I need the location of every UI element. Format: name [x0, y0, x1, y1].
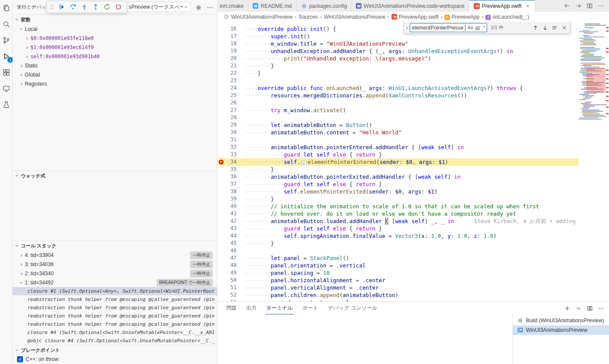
breakpoint-margin[interactable] [218, 40, 225, 47]
breakpoint-margin[interactable] [218, 70, 225, 77]
terminal-output[interactable] [218, 314, 512, 364]
thread-row[interactable]: ›4: tid=33904一時停止 [13, 250, 217, 260]
code-line-34[interactable]: 34············self.▷elementPointerEntere… [218, 158, 579, 166]
debug-more-icon[interactable] [205, 3, 214, 12]
thread-row[interactable]: ›1: tid=34492BREAKPOINT で一時停止 [13, 278, 217, 287]
activity-testing[interactable] [1, 100, 11, 109]
variable-row[interactable]: ›$1: 0x000001e93ec614f0 [13, 43, 217, 52]
stack-frame-row[interactable]: reabstraction thunk helper from @escapin… [13, 320, 217, 328]
find-next-button[interactable] [541, 23, 549, 32]
breadcrumb-item[interactable]: WinUI3AnimationsPreview [224, 14, 292, 20]
breadcrumb-item[interactable]: Sources [298, 14, 318, 20]
call-stack-section-header[interactable]: › コール スタック [13, 241, 217, 250]
breakpoint-margin[interactable] [218, 203, 225, 210]
breakpoint-margin[interactable] [218, 158, 225, 166]
code-line-24[interactable]: 24····override public func onLaunched(_ … [218, 84, 579, 92]
code-line-45[interactable]: 45········} [218, 240, 579, 247]
breakpoint-margin[interactable] [218, 129, 225, 136]
toolbar-drag-grip[interactable] [50, 4, 54, 10]
find-previous-button[interactable] [531, 23, 540, 32]
variable-scope-local[interactable]: ›Local [13, 24, 217, 33]
breakpoint-margin[interactable] [218, 291, 225, 299]
stack-frame-row[interactable]: @objc closure #4 (Swift.Optional<Swift.U… [13, 337, 217, 345]
code-line-39[interactable]: 39········} [218, 195, 579, 203]
stack-frame-row[interactable]: reabstraction thunk helper from @escapin… [13, 295, 217, 304]
code-line-38[interactable]: 38············self.elementPointerExited(… [218, 188, 579, 195]
watch-section-header[interactable]: › ウォッチ式 [13, 171, 217, 180]
code-line-30[interactable]: 30········animatableButton.content = "He… [218, 129, 579, 136]
activity-search[interactable] [1, 19, 11, 29]
stack-frame-row[interactable]: closure #4 (Swift.Optional<Swift.UnsafeM… [13, 328, 217, 337]
navigate-back-button[interactable] [562, 1, 572, 11]
code-line-22[interactable]: 22····} [218, 70, 579, 77]
activity-run-and-debug[interactable]: 1 [1, 51, 11, 61]
code-line-26[interactable]: 26 [218, 99, 579, 107]
more-actions-button[interactable] [597, 304, 606, 313]
tab-readme-md[interactable]: MREADME.md [248, 0, 296, 12]
panel-tab-問題[interactable]: 問題 [225, 302, 238, 314]
code-line-51[interactable]: 51········panel.verticalAlignment = .cen… [218, 284, 579, 291]
breadcrumb-item[interactable]: PreviewApp.swift [392, 14, 438, 20]
breakpoint-margin[interactable] [218, 188, 225, 195]
code-line-18[interactable]: 18········m_window.title = "WinUI3Animat… [218, 40, 579, 47]
code-area[interactable]: 16····override public init() {17········… [218, 22, 579, 301]
minimap[interactable] [579, 22, 606, 120]
breakpoint-margin[interactable] [218, 254, 225, 262]
step-out-button[interactable] [90, 2, 101, 12]
code-line-53[interactable]: 53········m_window.content = panel [218, 299, 579, 301]
breakpoint-margin[interactable] [218, 92, 225, 99]
close-icon[interactable] [525, 3, 530, 9]
code-line-37[interactable]: 37············guard let self else { retu… [218, 180, 579, 188]
code-line-23[interactable]: 23 [218, 77, 579, 84]
stack-frame-row[interactable]: reabstraction thunk helper from @escapin… [13, 312, 217, 320]
continue-button[interactable] [57, 2, 67, 12]
activity-remote-explorer[interactable] [1, 83, 11, 93]
code-line-36[interactable]: 36········animatableButton.pointerExited… [218, 173, 579, 180]
variable-scope-static[interactable]: ›Static [13, 61, 217, 70]
breakpoint-margin[interactable] [218, 99, 225, 107]
split-editor-button[interactable] [585, 1, 594, 11]
code-line-32[interactable]: 32········animatableButton.pointerEntere… [218, 144, 579, 151]
step-over-button[interactable] [68, 2, 78, 12]
navigate-forward-button[interactable] [573, 1, 583, 11]
code-line-19[interactable]: 19········unhandledException.addHandler … [218, 47, 579, 55]
breakpoint-margin[interactable] [218, 262, 225, 269]
find-expand-chevron-icon[interactable]: › [404, 25, 410, 31]
code-line-40[interactable]: 40········// initialize the animation to… [218, 203, 579, 210]
code-line-31[interactable]: 31 [218, 136, 579, 144]
panel-tab-ポート[interactable]: ポート [301, 302, 319, 314]
restart-button[interactable] [102, 2, 112, 12]
tab-packages-config[interactable]: packages.config [297, 0, 352, 12]
code-line-20[interactable]: 20············print("Unhandled exception… [218, 55, 579, 62]
breadcrumb-item[interactable]: ƒonLaunched(_:) [485, 13, 529, 20]
breakpoint-margin[interactable] [218, 55, 225, 62]
breakpoint-margin[interactable] [218, 151, 225, 158]
breakpoint-margin[interactable] [218, 114, 225, 121]
breakpoint-margin[interactable] [218, 33, 225, 40]
code-line-48[interactable]: 48········panel.orientation = .vertical [218, 262, 579, 269]
code-line-25[interactable]: 25········resources.mergedDictionaries.a… [218, 92, 579, 99]
panel-tab-ターミナル[interactable]: ターミナル [265, 302, 294, 314]
code-line-29[interactable]: 29········let animatableButton = Button(… [218, 121, 579, 129]
stack-frame-row[interactable]: reabstraction thunk helper from @escapin… [13, 304, 217, 312]
breadcrumb-item[interactable]: CPreviewApp [445, 13, 479, 20]
breakpoint-margin[interactable] [218, 47, 225, 55]
code-line-50[interactable]: 50········panel.horizontalAlignment = .c… [218, 277, 579, 284]
code-editor[interactable]: 16····override public init() {17········… [218, 22, 609, 301]
breakpoint-margin[interactable] [218, 166, 225, 173]
breakpoint-margin[interactable] [218, 284, 225, 291]
breakpoint-margin[interactable] [218, 77, 225, 84]
code-line-43[interactable]: 43············guard let self else { retu… [218, 225, 579, 232]
breakpoint-margin[interactable] [218, 173, 225, 180]
variable-row[interactable]: ›self: 0x000001e93d901b40 [13, 52, 217, 61]
match-case-toggle[interactable]: Aa [467, 25, 474, 30]
breakpoint-margin[interactable] [218, 121, 225, 129]
thread-row[interactable]: ›3: tid=34036一時停止 [13, 260, 217, 269]
breakpoint-margin[interactable] [218, 25, 225, 33]
breakpoint-margin[interactable] [218, 232, 225, 240]
activity-explorer[interactable] [1, 3, 11, 13]
variables-section-header[interactable]: › 変数 [13, 15, 217, 24]
code-line-27[interactable]: 27········try m_window.activate() [218, 107, 579, 114]
code-line-21[interactable]: 21········} [218, 62, 579, 70]
breakpoint-margin[interactable] [218, 269, 225, 277]
